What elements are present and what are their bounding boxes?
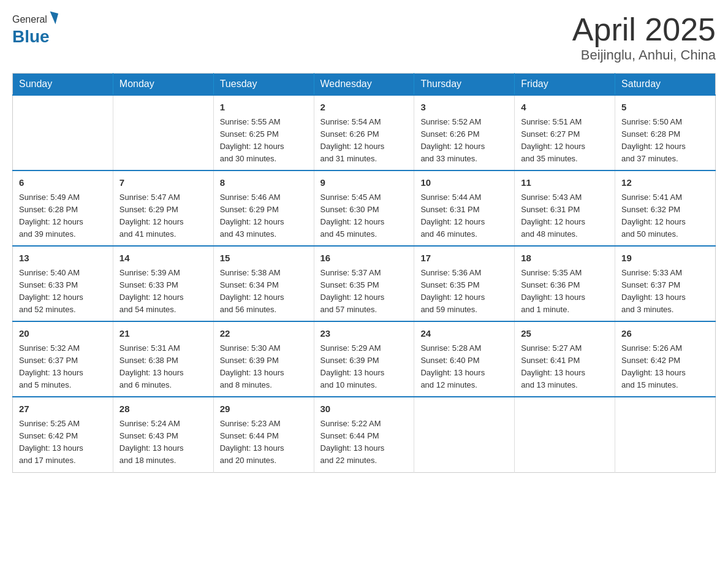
day-number: 27: [19, 402, 107, 416]
calendar-header-friday: Friday: [515, 74, 615, 96]
day-number: 14: [119, 251, 207, 266]
calendar-cell: 10Sunrise: 5:44 AMSunset: 6:31 PMDayligh…: [414, 170, 515, 246]
day-number: 10: [420, 176, 508, 190]
calendar-cell: 30Sunrise: 5:22 AMSunset: 6:44 PMDayligh…: [314, 397, 414, 472]
day-number: 21: [119, 327, 207, 341]
day-info: Sunrise: 5:29 AMSunset: 6:39 PMDaylight:…: [320, 342, 408, 392]
day-info: Sunrise: 5:46 AMSunset: 6:29 PMDaylight:…: [220, 191, 308, 241]
calendar-cell: 26Sunrise: 5:26 AMSunset: 6:42 PMDayligh…: [615, 321, 716, 397]
calendar-cell: 16Sunrise: 5:37 AMSunset: 6:35 PMDayligh…: [314, 246, 414, 321]
day-info: Sunrise: 5:39 AMSunset: 6:33 PMDaylight:…: [119, 267, 207, 316]
calendar-week-2: 6Sunrise: 5:49 AMSunset: 6:28 PMDaylight…: [13, 170, 716, 246]
day-number: 13: [19, 251, 107, 266]
calendar-cell: 11Sunrise: 5:43 AMSunset: 6:31 PMDayligh…: [515, 170, 615, 246]
calendar-header-thursday: Thursday: [414, 74, 515, 96]
calendar-cell: 25Sunrise: 5:27 AMSunset: 6:41 PMDayligh…: [515, 321, 615, 397]
day-info: Sunrise: 5:27 AMSunset: 6:41 PMDaylight:…: [521, 342, 609, 392]
day-number: 30: [320, 402, 408, 416]
day-number: 15: [220, 251, 308, 266]
day-info: Sunrise: 5:43 AMSunset: 6:31 PMDaylight:…: [521, 191, 609, 241]
day-number: 25: [521, 327, 609, 341]
day-number: 7: [119, 176, 207, 190]
calendar-table: SundayMondayTuesdayWednesdayThursdayFrid…: [12, 73, 716, 472]
day-info: Sunrise: 5:24 AMSunset: 6:43 PMDaylight:…: [119, 418, 207, 467]
calendar-header-tuesday: Tuesday: [213, 74, 314, 96]
calendar-cell: 24Sunrise: 5:28 AMSunset: 6:40 PMDayligh…: [414, 321, 515, 397]
calendar-cell: 12Sunrise: 5:41 AMSunset: 6:32 PMDayligh…: [615, 170, 716, 246]
calendar-subtitle: Beijinglu, Anhui, China: [572, 47, 716, 63]
day-number: 2: [320, 101, 408, 115]
calendar-cell: 17Sunrise: 5:36 AMSunset: 6:35 PMDayligh…: [414, 246, 515, 321]
calendar-cell: 29Sunrise: 5:23 AMSunset: 6:44 PMDayligh…: [213, 397, 314, 472]
day-number: 5: [621, 101, 709, 115]
day-number: 16: [320, 251, 408, 266]
day-info: Sunrise: 5:31 AMSunset: 6:38 PMDaylight:…: [119, 342, 207, 392]
calendar-cell: 28Sunrise: 5:24 AMSunset: 6:43 PMDayligh…: [113, 397, 213, 472]
logo-blue-text: Blue: [12, 27, 57, 47]
day-info: Sunrise: 5:45 AMSunset: 6:30 PMDaylight:…: [320, 191, 408, 241]
calendar-header-saturday: Saturday: [615, 74, 716, 96]
calendar-cell: 18Sunrise: 5:35 AMSunset: 6:36 PMDayligh…: [515, 246, 615, 321]
calendar-cell: [615, 397, 716, 472]
day-info: Sunrise: 5:33 AMSunset: 6:37 PMDaylight:…: [621, 267, 709, 316]
logo: General Blue: [12, 12, 57, 47]
calendar-cell: 1Sunrise: 5:55 AMSunset: 6:25 PMDaylight…: [213, 95, 314, 170]
day-info: Sunrise: 5:51 AMSunset: 6:27 PMDaylight:…: [521, 116, 609, 166]
calendar-cell: 14Sunrise: 5:39 AMSunset: 6:33 PMDayligh…: [113, 246, 213, 321]
calendar-cell: 4Sunrise: 5:51 AMSunset: 6:27 PMDaylight…: [515, 95, 615, 170]
day-number: 23: [320, 327, 408, 341]
calendar-cell: 8Sunrise: 5:46 AMSunset: 6:29 PMDaylight…: [213, 170, 314, 246]
day-number: 3: [420, 101, 508, 115]
day-number: 8: [220, 176, 308, 190]
logo-general-text: General: [12, 14, 47, 25]
day-info: Sunrise: 5:22 AMSunset: 6:44 PMDaylight:…: [320, 418, 408, 467]
calendar-cell: [515, 397, 615, 472]
calendar-week-4: 20Sunrise: 5:32 AMSunset: 6:37 PMDayligh…: [13, 321, 716, 397]
day-number: 19: [621, 251, 709, 266]
day-number: 29: [220, 402, 308, 416]
calendar-cell: [13, 95, 113, 170]
day-number: 24: [420, 327, 508, 341]
page-header: General Blue April 2025 Beijinglu, Anhui…: [12, 12, 716, 63]
day-number: 26: [621, 327, 709, 341]
calendar-title: April 2025: [572, 12, 716, 47]
day-number: 20: [19, 327, 107, 341]
day-info: Sunrise: 5:30 AMSunset: 6:39 PMDaylight:…: [220, 342, 308, 392]
day-info: Sunrise: 5:41 AMSunset: 6:32 PMDaylight:…: [621, 191, 709, 241]
day-info: Sunrise: 5:52 AMSunset: 6:26 PMDaylight:…: [420, 116, 508, 166]
day-number: 4: [521, 101, 609, 115]
day-info: Sunrise: 5:36 AMSunset: 6:35 PMDaylight:…: [420, 267, 508, 316]
day-info: Sunrise: 5:55 AMSunset: 6:25 PMDaylight:…: [220, 116, 308, 166]
calendar-cell: 9Sunrise: 5:45 AMSunset: 6:30 PMDaylight…: [314, 170, 414, 246]
day-info: Sunrise: 5:23 AMSunset: 6:44 PMDaylight:…: [220, 418, 308, 467]
day-info: Sunrise: 5:38 AMSunset: 6:34 PMDaylight:…: [220, 267, 308, 316]
calendar-header-wednesday: Wednesday: [314, 74, 414, 96]
day-number: 18: [521, 251, 609, 266]
day-info: Sunrise: 5:26 AMSunset: 6:42 PMDaylight:…: [621, 342, 709, 392]
calendar-header-monday: Monday: [113, 74, 213, 96]
calendar-cell: 22Sunrise: 5:30 AMSunset: 6:39 PMDayligh…: [213, 321, 314, 397]
day-info: Sunrise: 5:25 AMSunset: 6:42 PMDaylight:…: [19, 418, 107, 467]
calendar-cell: 2Sunrise: 5:54 AMSunset: 6:26 PMDaylight…: [314, 95, 414, 170]
calendar-cell: 27Sunrise: 5:25 AMSunset: 6:42 PMDayligh…: [13, 397, 113, 472]
calendar-cell: 6Sunrise: 5:49 AMSunset: 6:28 PMDaylight…: [13, 170, 113, 246]
day-info: Sunrise: 5:32 AMSunset: 6:37 PMDaylight:…: [19, 342, 107, 392]
calendar-header-sunday: Sunday: [13, 74, 113, 96]
calendar-title-block: April 2025 Beijinglu, Anhui, China: [572, 12, 716, 63]
calendar-week-1: 1Sunrise: 5:55 AMSunset: 6:25 PMDaylight…: [13, 95, 716, 170]
day-info: Sunrise: 5:50 AMSunset: 6:28 PMDaylight:…: [621, 116, 709, 166]
day-number: 17: [420, 251, 508, 266]
calendar-cell: 5Sunrise: 5:50 AMSunset: 6:28 PMDaylight…: [615, 95, 716, 170]
day-info: Sunrise: 5:40 AMSunset: 6:33 PMDaylight:…: [19, 267, 107, 316]
calendar-cell: 19Sunrise: 5:33 AMSunset: 6:37 PMDayligh…: [615, 246, 716, 321]
day-info: Sunrise: 5:35 AMSunset: 6:36 PMDaylight:…: [521, 267, 609, 316]
calendar-cell: 21Sunrise: 5:31 AMSunset: 6:38 PMDayligh…: [113, 321, 213, 397]
logo-triangle-icon: [47, 11, 58, 24]
day-number: 12: [621, 176, 709, 190]
day-number: 11: [521, 176, 609, 190]
calendar-cell: [414, 397, 515, 472]
calendar-cell: 13Sunrise: 5:40 AMSunset: 6:33 PMDayligh…: [13, 246, 113, 321]
day-info: Sunrise: 5:47 AMSunset: 6:29 PMDaylight:…: [119, 191, 207, 241]
day-info: Sunrise: 5:28 AMSunset: 6:40 PMDaylight:…: [420, 342, 508, 392]
day-number: 9: [320, 176, 408, 190]
